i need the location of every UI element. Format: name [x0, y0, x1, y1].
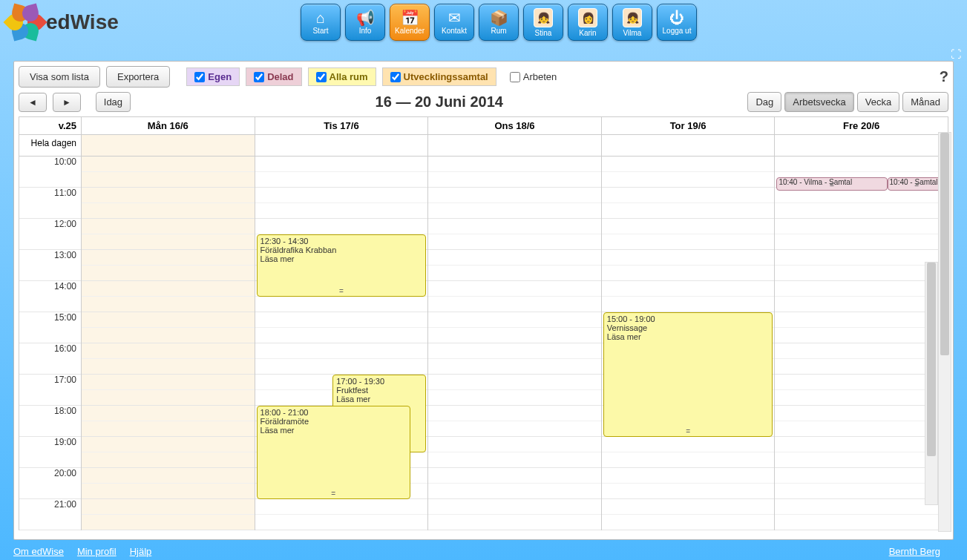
time-slot[interactable] — [82, 157, 255, 172]
event-samtal-vilma[interactable]: 10:40 - Vilma - Samtal = — [776, 177, 887, 191]
filter-alla-rum[interactable]: Alla rum — [308, 67, 376, 86]
footer-user-link[interactable]: Bernth Berg — [889, 546, 940, 557]
time-slot[interactable] — [775, 219, 948, 234]
time-slot[interactable] — [428, 421, 601, 437]
time-slot[interactable] — [775, 297, 948, 312]
time-slot[interactable] — [255, 203, 428, 219]
time-slot[interactable] — [428, 515, 601, 530]
nav-start[interactable]: ⌂Start — [301, 4, 341, 41]
time-slot[interactable] — [82, 499, 255, 515]
time-slot[interactable] — [602, 484, 775, 499]
allday-tue[interactable] — [255, 135, 429, 156]
time-slot[interactable] — [255, 188, 428, 203]
time-slot[interactable] — [602, 515, 775, 530]
time-slot[interactable] — [602, 172, 775, 188]
next-button[interactable]: ► — [53, 93, 81, 112]
minimize-icon[interactable]: ⛶ — [951, 48, 961, 60]
today-button[interactable]: Idag — [96, 92, 131, 112]
time-slot[interactable] — [775, 515, 948, 530]
panel-scrollbar[interactable] — [938, 132, 951, 532]
time-slot[interactable] — [602, 157, 775, 172]
nav-rum[interactable]: 📦Rum — [479, 4, 519, 41]
footer-help-link[interactable]: Hjälp — [130, 546, 152, 557]
time-slot[interactable] — [82, 312, 255, 328]
filter-egen[interactable]: Egen — [186, 67, 240, 86]
time-slot[interactable] — [775, 343, 948, 359]
time-slot[interactable] — [602, 452, 775, 468]
time-slot[interactable] — [82, 172, 255, 188]
time-slot[interactable] — [428, 188, 601, 203]
time-slot[interactable] — [775, 281, 948, 297]
time-slot[interactable] — [82, 219, 255, 234]
time-slot[interactable] — [602, 234, 775, 250]
scrollbar-thumb[interactable] — [940, 133, 949, 355]
event-vernissage[interactable]: 15:00 - 19:00 Vernissage Läsa mer = — [603, 312, 773, 437]
view-day-button[interactable]: Dag — [747, 92, 781, 112]
nav-stina[interactable]: 👧Stina — [523, 4, 563, 41]
prev-button[interactable]: ◄ — [19, 93, 47, 112]
filter-arbeten[interactable]: Arbeten — [502, 68, 565, 85]
time-slot[interactable] — [428, 437, 601, 452]
allday-mon[interactable] — [82, 135, 255, 156]
time-slot[interactable] — [775, 375, 948, 390]
time-slot[interactable] — [602, 188, 775, 203]
time-slot[interactable] — [428, 281, 601, 297]
scrollbar-thumb[interactable] — [927, 263, 936, 456]
time-slot[interactable] — [82, 406, 255, 421]
time-slot[interactable] — [82, 437, 255, 452]
time-slot[interactable] — [82, 188, 255, 203]
time-slot[interactable] — [428, 375, 601, 390]
time-slot[interactable] — [82, 515, 255, 530]
time-slot[interactable] — [775, 266, 948, 281]
time-slot[interactable] — [602, 468, 775, 484]
event-foraldrafika[interactable]: 12:30 - 14:30 Föräldrafika Krabban Läsa … — [257, 234, 427, 297]
time-slot[interactable] — [255, 297, 428, 312]
help-icon[interactable]: ? — [940, 68, 948, 85]
time-slot[interactable] — [428, 203, 601, 219]
filter-arbeten-checkbox[interactable] — [510, 72, 520, 82]
time-slot[interactable] — [428, 266, 601, 281]
time-slot[interactable] — [82, 328, 255, 343]
time-slot[interactable] — [775, 421, 948, 437]
time-slot[interactable] — [428, 312, 601, 328]
time-slot[interactable] — [82, 343, 255, 359]
time-slot[interactable] — [602, 219, 775, 234]
time-slot[interactable] — [775, 328, 948, 343]
nav-kontakt[interactable]: ✉Kontakt — [434, 4, 474, 41]
time-slot[interactable] — [602, 297, 775, 312]
time-slot[interactable] — [428, 219, 601, 234]
day-column-wed[interactable] — [428, 157, 602, 530]
time-slot[interactable] — [255, 515, 428, 530]
time-slot[interactable] — [82, 297, 255, 312]
export-button[interactable]: Exportera — [106, 66, 170, 88]
day-column-thu[interactable]: 15:00 - 19:00 Vernissage Läsa mer = — [602, 157, 776, 530]
time-slot[interactable] — [82, 421, 255, 437]
calendar-scrollbar[interactable] — [925, 262, 938, 505]
time-slot[interactable] — [775, 437, 948, 452]
day-column-fri[interactable]: 10:40 - Vilma - Samtal = 10:40 - Samtal … — [775, 157, 948, 530]
time-slot[interactable] — [775, 406, 948, 421]
time-slot[interactable] — [255, 328, 428, 343]
day-column-mon[interactable] — [82, 157, 255, 530]
time-slot[interactable] — [428, 172, 601, 188]
time-slot[interactable] — [428, 452, 601, 468]
event-more-link[interactable]: Läsa mer — [336, 395, 422, 403]
time-slot[interactable] — [82, 375, 255, 390]
time-slot[interactable] — [428, 157, 601, 172]
time-slot[interactable] — [428, 499, 601, 515]
time-slot[interactable] — [82, 281, 255, 297]
footer-about-link[interactable]: Om edWise — [13, 546, 64, 557]
resize-handle-icon[interactable]: = — [830, 181, 834, 189]
time-slot[interactable] — [775, 468, 948, 484]
time-slot[interactable] — [82, 250, 255, 266]
time-slot[interactable] — [602, 281, 775, 297]
view-week-button[interactable]: Vecka — [857, 92, 899, 112]
time-slot[interactable] — [255, 157, 428, 172]
time-slot[interactable] — [775, 499, 948, 515]
time-slot[interactable] — [428, 250, 601, 266]
filter-egen-checkbox[interactable] — [194, 72, 205, 82]
view-month-button[interactable]: Månad — [902, 92, 948, 112]
time-slot[interactable] — [775, 312, 948, 328]
time-slot[interactable] — [82, 468, 255, 484]
resize-handle-icon[interactable]: = — [686, 427, 690, 435]
